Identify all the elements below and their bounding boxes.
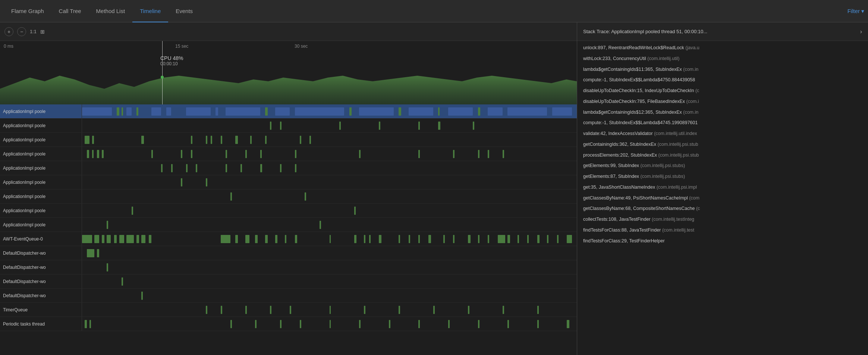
thread-row[interactable]: DefaultDispatcher-wo xyxy=(0,289,577,303)
thread-name-5: ApplicationImpl poole xyxy=(0,175,82,189)
stack-item[interactable]: findTestsForClass:29, TestFinderHelper xyxy=(577,236,868,246)
thread-row[interactable]: ApplicationImpl poole xyxy=(0,161,577,175)
thread-timeline-dd2 xyxy=(82,260,577,274)
thread-row[interactable]: ApplicationImpl poole xyxy=(0,204,577,218)
cpu-graph-area: 0 ms 15 sec 30 sec CPU 48% 00:00:10 xyxy=(0,41,577,104)
thread-timeline-1 xyxy=(82,119,577,132)
thread-name-2: ApplicationImpl poole xyxy=(0,133,82,147)
stack-item[interactable]: disableUpToDateCheckIn:785, FileBasedInd… xyxy=(577,96,868,107)
stack-trace-list[interactable]: unlock:897, ReentrantReadWriteLock$ReadL… xyxy=(577,41,868,355)
stack-item[interactable]: lambda$getContainingIds$11:365, StubInde… xyxy=(577,64,868,75)
thread-row[interactable]: ApplicationImpl poole xyxy=(0,104,577,119)
thread-row[interactable]: ApplicationImpl poole xyxy=(0,147,577,161)
thread-row[interactable]: DefaultDispatcher-wo xyxy=(0,246,577,260)
thread-row[interactable]: Periodic tasks thread xyxy=(0,317,577,331)
stack-trace-title: Stack Trace: ApplicationImpl pooled thre… xyxy=(583,29,857,34)
tab-bar: Flame Graph Call Tree Method List Timeli… xyxy=(0,0,868,22)
time-label-30sec: 30 sec xyxy=(295,44,308,49)
stack-item[interactable]: compute:-1, StubIndexEx$$Lambda$4750.884… xyxy=(577,75,868,85)
time-label-0ms: 0 ms xyxy=(4,44,13,49)
thread-row[interactable]: ApplicationImpl poole xyxy=(0,218,577,232)
left-panel: + − 1:1 ⊞ 0 ms 15 sec 30 sec CPU 48% 00:… xyxy=(0,22,577,355)
stack-item[interactable]: compute:-1, StubIndexEx$$Lambda$4745.199… xyxy=(577,117,868,128)
main-content: + − 1:1 ⊞ 0 ms 15 sec 30 sec CPU 48% 00:… xyxy=(0,22,868,355)
tab-call-tree[interactable]: Call Tree xyxy=(51,0,89,22)
time-label-15sec: 15 sec xyxy=(175,44,188,49)
thread-timeline-3 xyxy=(82,147,577,161)
chevron-down-icon: ▾ xyxy=(861,8,864,15)
thread-row[interactable]: DefaultDispatcher-wo xyxy=(0,274,577,289)
cursor-line xyxy=(162,41,163,104)
tab-events[interactable]: Events xyxy=(168,0,200,22)
stack-item[interactable]: unlock:897, ReentrantReadWriteLock$ReadL… xyxy=(577,43,868,53)
thread-row[interactable]: TimerQueue xyxy=(0,303,577,317)
thread-timeline-6 xyxy=(82,189,577,203)
stack-item[interactable]: getElements:87, StubIndex (com.intellij.… xyxy=(577,171,868,182)
thread-timeline-5 xyxy=(82,175,577,189)
zoom-ratio-label: 1:1 xyxy=(30,29,37,34)
stack-item[interactable]: getElements:99, StubIndex (com.intellij.… xyxy=(577,160,868,171)
thread-name-dd3: DefaultDispatcher-wo xyxy=(0,274,82,288)
cpu-percent-label: CPU 48% xyxy=(160,55,183,61)
thread-timeline-dd1 xyxy=(82,246,577,260)
stack-item[interactable]: getContainingIds:362, StubIndexEx (com.i… xyxy=(577,139,868,150)
stack-item[interactable]: findTestsForClass:88, JavaTestFinder (co… xyxy=(577,225,868,236)
thread-timeline-dd3 xyxy=(82,274,577,288)
thread-name-4: ApplicationImpl poole xyxy=(0,161,82,175)
thread-timeline-4 xyxy=(82,161,577,175)
thread-name-7: ApplicationImpl poole xyxy=(0,204,82,217)
toolbar: + − 1:1 ⊞ xyxy=(0,22,577,41)
stack-item[interactable]: collectTests:108, JavaTestFinder (com.in… xyxy=(577,214,868,225)
filter-button[interactable]: Filter ▾ xyxy=(847,8,864,15)
thread-name-tq: TimerQueue xyxy=(0,303,82,317)
tab-timeline[interactable]: Timeline xyxy=(132,0,168,22)
thread-name-1: ApplicationImpl poole xyxy=(0,119,82,132)
stack-item[interactable]: validate:42, IndexAccessValidator (com.i… xyxy=(577,128,868,139)
thread-timeline-dd4 xyxy=(82,289,577,302)
threads-area[interactable]: ApplicationImpl poole xyxy=(0,104,577,355)
stack-item[interactable]: lambda$getContainingIds$12:365, StubInde… xyxy=(577,107,868,118)
thread-name-pt: Periodic tasks thread xyxy=(0,317,82,331)
stack-item[interactable]: withLock:233, ConcurrencyUtil (com.intel… xyxy=(577,53,868,64)
thread-timeline-tq xyxy=(82,303,577,317)
stack-item[interactable]: get:35, JavaShortClassNameIndex (com.int… xyxy=(577,182,868,193)
thread-timeline-2 xyxy=(82,133,577,147)
zoom-in-button[interactable]: + xyxy=(4,27,13,36)
thread-row[interactable]: ApplicationImpl poole xyxy=(0,175,577,189)
thread-name-8: ApplicationImpl poole xyxy=(0,218,82,232)
thread-row[interactable]: AWT-EventQueue-0 xyxy=(0,232,577,246)
grid-icon[interactable]: ⊞ xyxy=(40,29,45,35)
stack-item[interactable]: processElements:202, StubIndexEx (com.in… xyxy=(577,150,868,161)
thread-name-6: ApplicationImpl poole xyxy=(0,189,82,203)
thread-row[interactable]: ApplicationImpl poole xyxy=(0,119,577,133)
thread-timeline-8 xyxy=(82,218,577,232)
tab-method-list[interactable]: Method List xyxy=(89,0,133,22)
stack-item[interactable]: getClassesByName:68, CompositeShortNames… xyxy=(577,203,868,214)
stack-item[interactable]: getClassesByName:49, PsiShortNamesCacheI… xyxy=(577,193,868,204)
thread-name-dd2: DefaultDispatcher-wo xyxy=(0,260,82,274)
thread-name-dd1: DefaultDispatcher-wo xyxy=(0,246,82,260)
thread-row[interactable]: ApplicationImpl poole xyxy=(0,189,577,204)
stack-trace-header: Stack Trace: ApplicationImpl pooled thre… xyxy=(577,22,868,41)
cpu-time-label: 00:00:10 xyxy=(160,61,183,66)
cpu-info: CPU 48% 00:00:10 xyxy=(160,55,183,66)
thread-name-awt: AWT-EventQueue-0 xyxy=(0,232,82,246)
stack-item[interactable]: disableUpToDateCheckIn:15, IndexUpToDate… xyxy=(577,85,868,96)
thread-timeline-0 xyxy=(82,104,577,118)
thread-row[interactable]: ApplicationImpl poole xyxy=(0,133,577,147)
thread-name-3: ApplicationImpl poole xyxy=(0,147,82,161)
zoom-out-button[interactable]: − xyxy=(17,27,26,36)
thread-row[interactable]: DefaultDispatcher-wo xyxy=(0,260,577,274)
right-panel: Stack Trace: ApplicationImpl pooled thre… xyxy=(577,22,868,355)
thread-name-dd4: DefaultDispatcher-wo xyxy=(0,289,82,302)
tab-flame-graph[interactable]: Flame Graph xyxy=(4,0,51,22)
expand-arrow-icon[interactable]: › xyxy=(860,28,862,35)
cursor-dot xyxy=(161,76,164,79)
svg-marker-0 xyxy=(0,76,577,104)
thread-timeline-7 xyxy=(82,204,577,217)
thread-name-0: ApplicationImpl poole xyxy=(0,104,82,118)
thread-timeline-awt xyxy=(82,232,577,246)
time-ruler: 0 ms 15 sec 30 sec xyxy=(0,41,577,51)
cpu-graph-svg xyxy=(0,51,577,104)
thread-timeline-pt xyxy=(82,317,577,331)
